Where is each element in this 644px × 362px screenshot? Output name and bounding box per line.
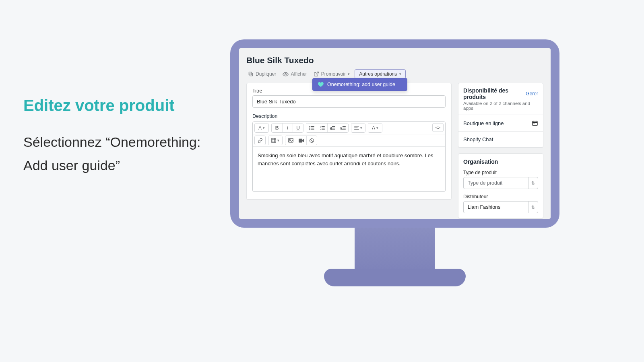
page-title: Blue Silk Tuxedo bbox=[246, 56, 543, 65]
svg-rect-42 bbox=[534, 123, 535, 124]
svg-rect-38 bbox=[533, 121, 537, 125]
channel-label: Boutique en ligne bbox=[463, 120, 504, 126]
external-link-icon bbox=[314, 71, 319, 77]
svg-rect-34 bbox=[299, 138, 302, 142]
more-operations-button[interactable]: Autres opérations ▾ bbox=[355, 69, 406, 79]
video-button[interactable] bbox=[296, 136, 306, 145]
product-type-select[interactable]: Type de produit ⇅ bbox=[463, 177, 538, 189]
svg-point-8 bbox=[310, 129, 310, 130]
svg-point-33 bbox=[289, 139, 290, 140]
onemorething-icon bbox=[318, 82, 324, 87]
select-chevron-icon: ⇅ bbox=[528, 202, 538, 213]
description-label: Description bbox=[252, 113, 446, 119]
view-button[interactable]: Afficher bbox=[281, 70, 308, 79]
svg-marker-35 bbox=[302, 139, 304, 142]
dropdown-item-label: Onemorething: add user guide bbox=[327, 82, 395, 87]
product-type-placeholder: Type de produit bbox=[464, 177, 528, 189]
action-bar: Dupliquer Afficher Promouvoir ▾ bbox=[246, 69, 543, 79]
svg-line-37 bbox=[310, 139, 313, 142]
svg-rect-0 bbox=[250, 73, 253, 76]
align-dropdown[interactable]: ▾ bbox=[351, 123, 365, 132]
manage-link[interactable]: Gérer bbox=[526, 91, 538, 97]
view-label: Afficher bbox=[291, 71, 307, 77]
clear-format-button[interactable] bbox=[306, 136, 317, 145]
underline-button[interactable]: U bbox=[293, 123, 303, 132]
outdent-button[interactable] bbox=[327, 123, 338, 132]
link-button[interactable] bbox=[255, 136, 265, 145]
svg-point-6 bbox=[310, 128, 310, 128]
table-dropdown[interactable]: ▾ bbox=[268, 136, 282, 145]
vendor-label: Distributeur bbox=[463, 194, 538, 200]
channel-label: Shopify Chat bbox=[463, 136, 493, 142]
select-chevron-icon: ⇅ bbox=[528, 177, 538, 189]
numbered-list-button[interactable] bbox=[317, 123, 327, 132]
vendor-select[interactable]: Liam Fashions ⇅ bbox=[463, 201, 538, 213]
duplicate-icon bbox=[248, 71, 254, 77]
indent-button[interactable] bbox=[338, 123, 348, 132]
promote-label: Promouvoir bbox=[321, 71, 346, 77]
eye-icon bbox=[283, 71, 289, 77]
chevron-down-icon: ▾ bbox=[348, 72, 350, 76]
code-view-button[interactable]: <> bbox=[432, 123, 444, 132]
more-operations-label: Autres opérations bbox=[359, 71, 397, 77]
description-editor[interactable]: Smoking en soie bleu avec motif aquatiqu… bbox=[253, 147, 445, 191]
channel-shopify-chat[interactable]: Shopify Chat bbox=[458, 131, 543, 147]
svg-point-4 bbox=[310, 126, 310, 127]
svg-line-3 bbox=[316, 72, 318, 74]
svg-point-2 bbox=[285, 73, 287, 75]
image-button[interactable] bbox=[285, 136, 296, 145]
italic-button[interactable]: I bbox=[282, 123, 293, 132]
rich-text-editor: A ▾ B I U bbox=[252, 121, 446, 192]
svg-rect-1 bbox=[249, 72, 252, 75]
organization-card: Organisation Type de produit Type de pro… bbox=[458, 153, 543, 218]
product-main-card: Titre Description A ▾ B bbox=[246, 83, 452, 200]
calendar-icon bbox=[532, 120, 538, 126]
product-type-label: Type de produit bbox=[463, 170, 538, 175]
promo-subtitle: Sélectionnez “Onemorething: Add user gui… bbox=[23, 131, 204, 177]
promote-button[interactable]: Promouvoir ▾ bbox=[312, 70, 351, 78]
title-input[interactable] bbox=[252, 95, 446, 108]
text-color-dropdown[interactable]: A ▾ bbox=[368, 123, 382, 132]
availability-subtext: Available on 2 of 2 channels and apps bbox=[458, 101, 543, 115]
font-style-dropdown[interactable]: A ▾ bbox=[255, 123, 268, 132]
svg-rect-27 bbox=[272, 138, 276, 142]
availability-card: Disponibilité des produits Gérer Availab… bbox=[458, 83, 543, 148]
vendor-value: Liam Fashions bbox=[464, 202, 528, 213]
chevron-down-icon: ▾ bbox=[399, 72, 401, 76]
bold-button[interactable]: B bbox=[272, 123, 282, 132]
monitor-mockup: Blue Silk Tuxedo Dupliquer Afficher bbox=[230, 39, 559, 286]
availability-heading: Disponibilité des produits bbox=[463, 87, 526, 100]
svg-marker-23 bbox=[341, 127, 342, 129]
duplicate-label: Dupliquer bbox=[256, 71, 276, 77]
promo-title: Editez votre produit bbox=[23, 97, 204, 115]
bullet-list-button[interactable] bbox=[306, 123, 317, 132]
organization-heading: Organisation bbox=[463, 158, 538, 165]
svg-marker-19 bbox=[330, 127, 331, 129]
channel-online-store[interactable]: Boutique en ligne bbox=[458, 115, 543, 131]
duplicate-button[interactable]: Dupliquer bbox=[246, 70, 278, 78]
more-operations-dropdown-item[interactable]: Onemorething: add user guide bbox=[312, 78, 407, 91]
